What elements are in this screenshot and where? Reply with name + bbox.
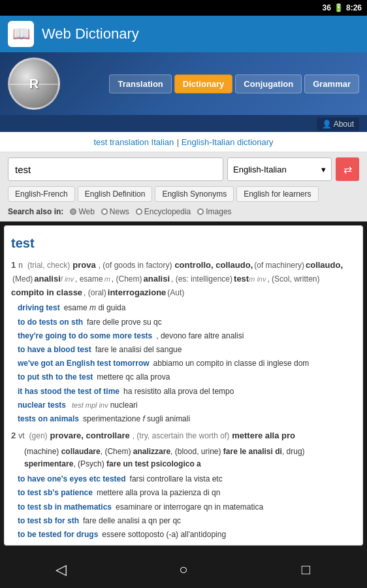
tab-conjugation[interactable]: Conjugation (235, 74, 302, 93)
phrase-test-for-sth: to test sb for sth fare delle analisi a … (11, 515, 356, 527)
signal-text: 36 (323, 3, 331, 12)
phrase-stood-test: it has stood the test of time ha resisti… (11, 385, 356, 398)
tab-grammar[interactable]: Grammar (304, 74, 359, 93)
entry-num-1: 1 (11, 259, 16, 272)
entry-num-2: 2 (11, 429, 16, 443)
nav-home-button[interactable]: ○ (167, 558, 200, 581)
app-icon: 📖 (8, 21, 34, 47)
status-icons: 36 🔋 8:26 (323, 3, 362, 12)
lang-label: English-Italian (233, 165, 287, 174)
about-button[interactable]: 👤 About (317, 118, 359, 131)
phrase-more-tests: they're going to do some more tests , de… (11, 330, 356, 342)
phrase-eyes-tested: to have one's eyes etc tested farsi cont… (11, 473, 356, 485)
search-button[interactable]: ⇄ (336, 157, 359, 181)
search-area: English-Italian ▾ ⇄ English-French Engli… (0, 152, 367, 221)
phrase-blood-test: to have a blood test fare le analisi del… (11, 344, 356, 356)
tab-dictionary[interactable]: Dictionary (174, 74, 233, 93)
search-row: English-Italian ▾ ⇄ (8, 157, 359, 181)
radio-images[interactable]: Images (197, 207, 231, 216)
breadcrumb-link2[interactable]: English-Italian dictionary (182, 137, 274, 147)
filter-english-learners[interactable]: English for learners (236, 186, 318, 202)
bottom-nav: ◁ ○ □ (0, 551, 367, 588)
back-icon: ◁ (56, 561, 67, 578)
search-arrow-icon: ⇄ (343, 163, 352, 176)
reverso-header: Translation Dictionary Conjugation Gramm… (0, 52, 367, 115)
reverso-logo (8, 57, 60, 110)
filter-english-french[interactable]: English-French (8, 186, 75, 202)
radio-encyclopedia[interactable]: Encyclopedia (136, 207, 191, 216)
phrase-mathematics: to test sb in mathematics esaminare or i… (11, 501, 356, 514)
tab-translation[interactable]: Translation (109, 74, 171, 93)
phrase-tests-on-sth: to do tests on sth fare delle prove su q… (11, 316, 356, 329)
recent-icon: □ (302, 561, 310, 578)
entry-2: 2 vt (gen) provare, controllare , (try, … (11, 429, 356, 546)
home-icon: ○ (179, 561, 187, 578)
filter-tabs: English-French English Definition Englis… (8, 186, 359, 202)
nav-back-button[interactable]: ◁ (45, 558, 78, 581)
search-also: Search also in: Web News Encyclopedia Im… (8, 207, 359, 216)
entry-1: 1 n (trial, check) prova , (of goods in … (11, 259, 356, 425)
app-header: 📖 Web Dictionary (0, 16, 367, 52)
dropdown-chevron: ▾ (321, 165, 326, 174)
reverso-globe (8, 57, 60, 110)
status-bar: 36 🔋 8:26 (0, 0, 367, 16)
app-icon-emoji: 📖 (12, 25, 30, 42)
pos-1: n (18, 259, 23, 272)
breadcrumb-sep: | (177, 137, 182, 147)
phrase-patience: to test sb's patience mettere alla prova… (11, 487, 356, 499)
dict-content[interactable]: test 1 n (trial, check) prova , (of good… (4, 225, 363, 546)
phrase-tested-drugs: to be tested for drugs essere sottoposto… (11, 529, 356, 541)
phrase-put-to-test: to put sth to the test mettere qc alla p… (11, 371, 356, 384)
radio-news[interactable]: News (101, 207, 129, 216)
phrase-english-test: we've got an English test tomorrow abbia… (11, 357, 356, 370)
phrase-test-sth-for: to test sth for sth analizzare qc alla r… (11, 542, 356, 546)
breadcrumb: test translation Italian | English-Itali… (0, 132, 367, 152)
nav-tabs: Translation Dictionary Conjugation Gramm… (60, 74, 359, 93)
phrase-nuclear-tests: nuclear tests test mpl inv nucleari (11, 399, 356, 412)
time-text: 8:26 (346, 3, 362, 12)
filter-english-synonyms[interactable]: English Synonyms (155, 186, 234, 202)
lang-dropdown[interactable]: English-Italian ▾ (227, 157, 332, 181)
dict-word: test (11, 233, 356, 253)
app-title: Web Dictionary (42, 25, 139, 42)
battery-icon: 🔋 (334, 3, 343, 12)
nav-recent-button[interactable]: □ (289, 558, 322, 581)
phrase-driving-test: driving test esame m di guida (11, 302, 356, 314)
search-also-label: Search also in: (8, 207, 63, 216)
breadcrumb-link1[interactable]: test translation Italian (93, 137, 174, 147)
radio-web[interactable]: Web (70, 207, 94, 216)
filter-english-definition[interactable]: English Definition (78, 186, 153, 202)
search-input[interactable] (8, 157, 223, 181)
phrase-animals: tests on animals sperimentazione f sugli… (11, 413, 356, 425)
